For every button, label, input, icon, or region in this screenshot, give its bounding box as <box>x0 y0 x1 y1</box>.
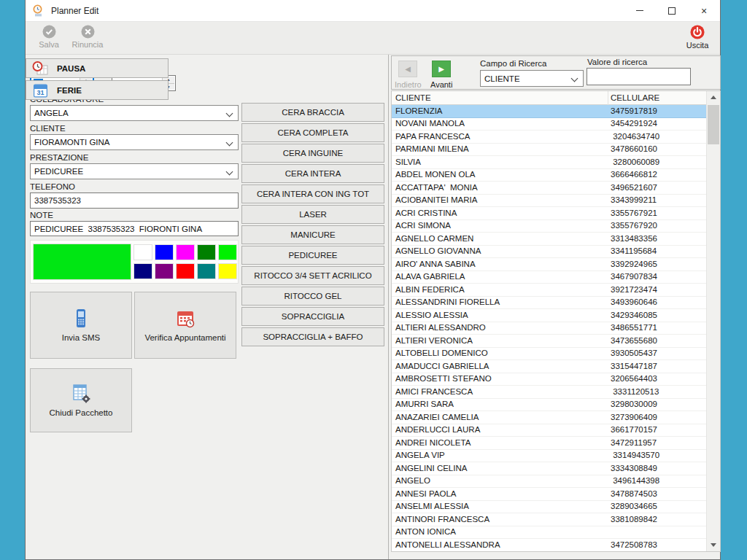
campo-di-ricerca-combobox[interactable]: CLIENTE <box>480 70 584 87</box>
table-row[interactable]: ACIOBANITEI MARIA3343999211 <box>392 195 706 208</box>
color-swatch[interactable] <box>218 244 237 260</box>
table-row[interactable]: ANGELO 3496144398 <box>392 475 706 489</box>
note-input[interactable]: PEDICUREE 3387535323 FIORONTI GINA <box>30 221 239 236</box>
prestazione-combobox[interactable]: PEDICUREE <box>30 163 239 179</box>
cliente-column-header[interactable]: CLIENTE <box>395 93 431 102</box>
cellulare-column-header[interactable]: CELLULARE <box>611 93 659 102</box>
valore-di-ricerca-input[interactable] <box>587 68 691 85</box>
table-row[interactable]: ALTIERI VERONICA3473655680 <box>392 335 706 348</box>
rinuncia-button[interactable]: Rinuncia <box>68 25 107 49</box>
telefono-input[interactable]: 3387535323 <box>30 192 239 209</box>
table-row[interactable]: ANTON IONICA <box>392 526 706 540</box>
table-row[interactable]: ABDEL MONEN OLA3666466812 <box>392 169 706 182</box>
table-row[interactable]: AIRO' ANNA SABINA3392924965 <box>392 258 706 271</box>
rinuncia-label: Rinuncia <box>72 40 104 49</box>
service-button[interactable]: CERA INTERA CON ING TOT <box>241 184 384 203</box>
table-row[interactable]: ALTIERI ALESSANDRO3486551771 <box>392 322 706 335</box>
collaboratore-combobox[interactable]: ANGELA <box>30 105 239 121</box>
service-button[interactable]: RITOCCO GEL <box>241 287 384 306</box>
color-swatch[interactable] <box>155 263 174 279</box>
service-button[interactable]: SOPRACCIGLIA <box>241 307 384 326</box>
table-row[interactable]: ALBIN FEDERICA3921723474 <box>392 284 706 297</box>
service-button[interactable]: MANICURE <box>241 225 384 244</box>
service-button[interactable]: LASER <box>241 205 384 224</box>
table-row[interactable]: AMADUCCI GABRIELLA3315447187 <box>392 360 706 373</box>
uscita-button[interactable]: Uscita <box>681 25 714 50</box>
chiudi-pacchetto-button[interactable]: Chiudi Pacchetto <box>30 368 132 432</box>
service-button[interactable]: CERA COMPLETA <box>241 123 384 142</box>
scroll-down-button[interactable] <box>707 539 720 551</box>
cliente-combobox[interactable]: FIORAMONTI GINA <box>30 134 239 150</box>
table-row[interactable]: ANAZARIEI CAMELIA3273906409 <box>392 411 706 424</box>
table-row[interactable]: AMURRI SARA3298030009 <box>392 399 706 412</box>
close-button[interactable]: × <box>688 0 720 21</box>
service-button[interactable]: CERA INTERA <box>241 164 384 183</box>
service-button[interactable]: SOPRACCIGLIA + BAFFO <box>241 327 384 346</box>
table-row[interactable]: ANSELMI ALESSIA3289034665 <box>392 501 706 514</box>
table-row[interactable]: PAPA FRANCESCA 3204634740 <box>392 131 706 144</box>
table-row[interactable]: ANGELA VIP 3314943570 <box>392 450 706 463</box>
table-row[interactable]: ACRI SIMONA3355767920 <box>392 220 706 233</box>
table-row[interactable]: FLORENZIA3475917819 <box>392 105 706 118</box>
salva-button[interactable]: Salva <box>33 25 65 49</box>
scroll-up-button[interactable] <box>707 91 720 104</box>
table-row[interactable]: PARMIANI MILENA3478660160 <box>392 144 706 157</box>
chiudi-pacchetto-label: Chiudi Pacchetto <box>50 408 113 417</box>
color-swatch[interactable] <box>133 244 152 260</box>
color-swatch[interactable] <box>176 263 195 279</box>
invia-sms-label: Invia SMS <box>62 333 100 342</box>
color-swatch[interactable] <box>218 263 237 279</box>
minimize-button[interactable] <box>624 0 656 21</box>
client-cell: ALTOBELLI DOMENICO <box>395 349 488 357</box>
table-row[interactable]: ANTINORI FRANCESCA3381089842 <box>392 513 706 526</box>
table-row[interactable]: ANDREI NICOLETA3472911957 <box>392 437 706 450</box>
table-row[interactable]: ALESSIO ALESSIA3429346085 <box>392 309 706 322</box>
invia-sms-button[interactable]: Invia SMS <box>30 292 132 359</box>
phone-cell: 3473655680 <box>611 336 657 345</box>
color-swatch[interactable] <box>133 263 152 279</box>
table-row[interactable]: ACRI CRISTINA3355767921 <box>392 207 706 220</box>
vertical-scrollbar[interactable] <box>706 91 720 551</box>
service-button[interactable]: CERA BRACCIA <box>241 103 384 122</box>
selected-color-swatch[interactable] <box>33 244 131 280</box>
ferie-button[interactable]: 31 FERIE <box>26 80 169 100</box>
pausa-button[interactable]: PAUSA <box>26 58 169 78</box>
maximize-icon <box>668 7 676 15</box>
table-row[interactable]: ANNESI PAOLA3478874503 <box>392 488 706 501</box>
table-row[interactable]: ANGELINI CELINA3334308849 <box>392 462 706 475</box>
phone-cell: 3930505437 <box>611 349 657 357</box>
color-swatch[interactable] <box>197 244 216 260</box>
table-row[interactable]: ANDERLUCCI LAURA3661770157 <box>392 424 706 438</box>
table-row[interactable]: AMBROSETTI STEFANO3206564403 <box>392 373 706 386</box>
table-row[interactable]: AGNELLO GIOVANNA3341195684 <box>392 246 706 259</box>
table-row[interactable]: ANTONELLI ALESSANDRA3472508783 <box>392 539 706 551</box>
phone-cell: 3331120513 <box>611 387 659 396</box>
table-row[interactable]: AGNELLO CARMEN3313483356 <box>392 233 706 246</box>
table-row[interactable]: NOVANI MANOLA3454291924 <box>392 118 706 131</box>
service-button[interactable]: PEDICUREE <box>241 246 384 265</box>
table-row[interactable]: SILVIA 3280060089 <box>392 156 706 169</box>
phone-cell: 3475917819 <box>611 106 657 115</box>
table-row[interactable]: ALESSANDRINI FIORELLA3493960646 <box>392 297 706 310</box>
cliente-value: FIORAMONTI GINA <box>34 138 110 147</box>
avanti-button[interactable]: ▶ <box>432 61 451 77</box>
service-button[interactable]: RITOCCO 3/4 SETT ACRILICO <box>241 266 384 285</box>
color-swatch[interactable] <box>176 244 195 260</box>
ferie-31-text: 31 <box>37 89 44 96</box>
client-cell: PARMIANI MILENA <box>395 144 469 153</box>
uscita-label: Uscita <box>686 41 709 50</box>
verifica-appuntamenti-button[interactable]: Verifica Appuntamenti <box>134 292 236 359</box>
phone-cell: 3478874503 <box>611 489 657 498</box>
client-cell: ABDEL MONEN OLA <box>395 170 476 179</box>
table-row[interactable]: ALTOBELLI DOMENICO3930505437 <box>392 348 706 361</box>
table-row[interactable]: ACCATTAPA' MONIA3496521607 <box>392 182 706 195</box>
table-row[interactable]: ALAVA GABRIELA3467907834 <box>392 271 706 284</box>
scrollbar-thumb[interactable] <box>708 105 719 144</box>
maximize-button[interactable] <box>656 0 688 21</box>
indietro-button[interactable]: ◀ <box>398 61 417 77</box>
client-table: CLIENTE CELLULARE FLORENZIA3475917819NOV… <box>391 90 721 552</box>
color-swatch[interactable] <box>197 263 216 279</box>
table-row[interactable]: AMICI FRANCESCA 3331120513 <box>392 386 706 399</box>
service-button[interactable]: CERA INGUINE <box>241 144 384 163</box>
color-swatch[interactable] <box>155 244 174 260</box>
